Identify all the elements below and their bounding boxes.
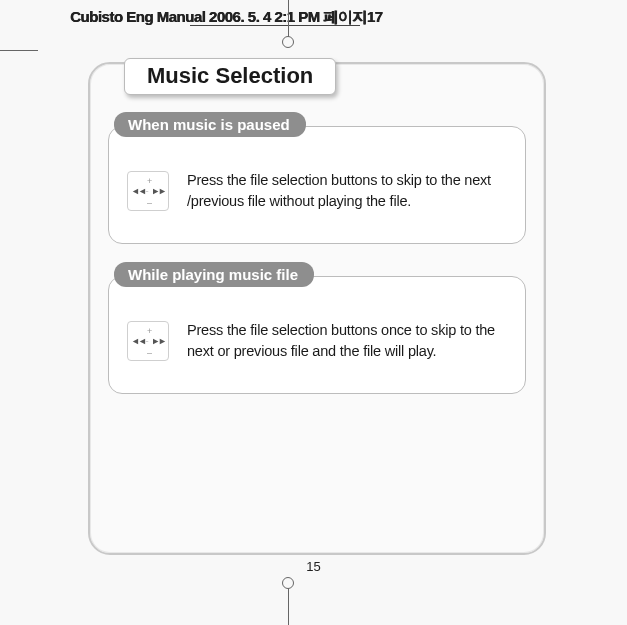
section-paused: When music is paused + ◄◄ ·· ►► – Press … — [108, 114, 526, 244]
section-pill-paused: When music is paused — [114, 112, 306, 137]
page-number: 15 — [0, 559, 627, 574]
section-box-paused: + ◄◄ ·· ►► – Press the file selection bu… — [108, 126, 526, 244]
header-underline — [190, 25, 360, 26]
crop-circle-top — [282, 36, 294, 48]
page-panel: Music Selection When music is paused + ◄… — [88, 62, 546, 555]
page-title: Music Selection — [124, 58, 336, 95]
section-pill-playing: While playing music file — [114, 262, 314, 287]
section-playing: While playing music file + ◄◄ ·· ►► – Pr… — [108, 264, 526, 394]
section-box-playing: + ◄◄ ·· ►► – Press the file selection bu… — [108, 276, 526, 394]
section-text-playing: Press the file selection buttons once to… — [187, 320, 507, 362]
dpad-icon: + ◄◄ ·· ►► – — [127, 171, 169, 211]
crop-mark-left — [0, 50, 38, 51]
crop-mark-bottom — [288, 583, 289, 625]
crop-circle-bottom — [282, 577, 294, 589]
section-text-paused: Press the file selection buttons to skip… — [187, 170, 507, 212]
dpad-icon: + ◄◄ ·· ►► – — [127, 321, 169, 361]
